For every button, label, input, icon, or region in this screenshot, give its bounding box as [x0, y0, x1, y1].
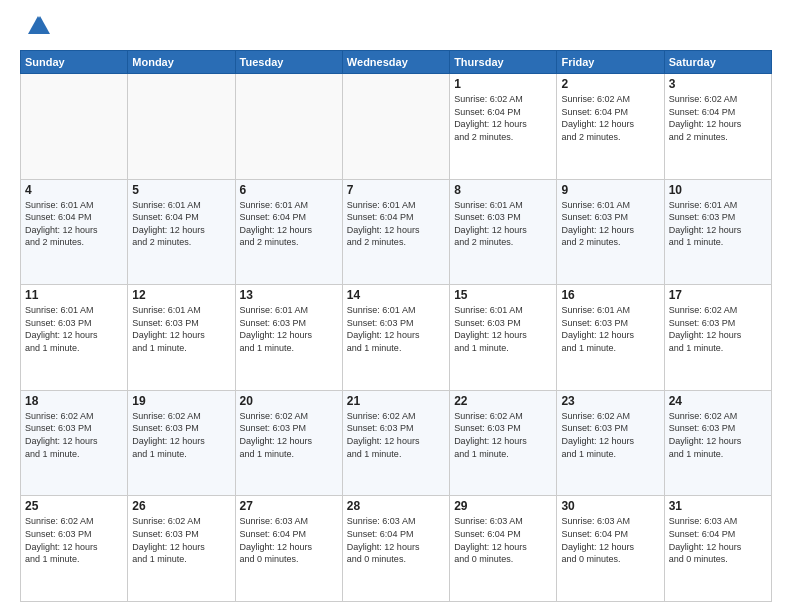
day-info: Sunrise: 6:02 AM Sunset: 6:03 PM Dayligh…: [132, 410, 230, 460]
day-info: Sunrise: 6:03 AM Sunset: 6:04 PM Dayligh…: [561, 515, 659, 565]
day-info: Sunrise: 6:01 AM Sunset: 6:03 PM Dayligh…: [561, 199, 659, 249]
day-number: 21: [347, 394, 445, 408]
calendar-cell: 6Sunrise: 6:01 AM Sunset: 6:04 PM Daylig…: [235, 179, 342, 285]
day-info: Sunrise: 6:02 AM Sunset: 6:03 PM Dayligh…: [25, 410, 123, 460]
day-info: Sunrise: 6:01 AM Sunset: 6:03 PM Dayligh…: [347, 304, 445, 354]
day-info: Sunrise: 6:02 AM Sunset: 6:03 PM Dayligh…: [561, 410, 659, 460]
weekday-header: Saturday: [664, 51, 771, 74]
weekday-header: Sunday: [21, 51, 128, 74]
day-number: 8: [454, 183, 552, 197]
day-number: 13: [240, 288, 338, 302]
calendar-cell: 21Sunrise: 6:02 AM Sunset: 6:03 PM Dayli…: [342, 390, 449, 496]
logo-icon: [24, 12, 52, 40]
day-info: Sunrise: 6:02 AM Sunset: 6:03 PM Dayligh…: [454, 410, 552, 460]
calendar-week-row: 18Sunrise: 6:02 AM Sunset: 6:03 PM Dayli…: [21, 390, 772, 496]
calendar-week-row: 11Sunrise: 6:01 AM Sunset: 6:03 PM Dayli…: [21, 285, 772, 391]
day-number: 26: [132, 499, 230, 513]
day-info: Sunrise: 6:02 AM Sunset: 6:04 PM Dayligh…: [454, 93, 552, 143]
weekday-header: Wednesday: [342, 51, 449, 74]
day-info: Sunrise: 6:01 AM Sunset: 6:04 PM Dayligh…: [240, 199, 338, 249]
weekday-header: Monday: [128, 51, 235, 74]
calendar-cell: 23Sunrise: 6:02 AM Sunset: 6:03 PM Dayli…: [557, 390, 664, 496]
day-number: 29: [454, 499, 552, 513]
day-number: 5: [132, 183, 230, 197]
day-info: Sunrise: 6:01 AM Sunset: 6:04 PM Dayligh…: [347, 199, 445, 249]
day-number: 23: [561, 394, 659, 408]
day-info: Sunrise: 6:02 AM Sunset: 6:03 PM Dayligh…: [669, 410, 767, 460]
calendar-cell: [235, 74, 342, 180]
day-number: 7: [347, 183, 445, 197]
calendar-week-row: 25Sunrise: 6:02 AM Sunset: 6:03 PM Dayli…: [21, 496, 772, 602]
calendar-table: SundayMondayTuesdayWednesdayThursdayFrid…: [20, 50, 772, 602]
day-number: 20: [240, 394, 338, 408]
day-number: 25: [25, 499, 123, 513]
day-number: 17: [669, 288, 767, 302]
calendar-cell: 29Sunrise: 6:03 AM Sunset: 6:04 PM Dayli…: [450, 496, 557, 602]
day-info: Sunrise: 6:01 AM Sunset: 6:04 PM Dayligh…: [132, 199, 230, 249]
calendar-cell: 16Sunrise: 6:01 AM Sunset: 6:03 PM Dayli…: [557, 285, 664, 391]
day-info: Sunrise: 6:01 AM Sunset: 6:03 PM Dayligh…: [454, 199, 552, 249]
calendar-cell: 7Sunrise: 6:01 AM Sunset: 6:04 PM Daylig…: [342, 179, 449, 285]
calendar-header-row: SundayMondayTuesdayWednesdayThursdayFrid…: [21, 51, 772, 74]
calendar-cell: 5Sunrise: 6:01 AM Sunset: 6:04 PM Daylig…: [128, 179, 235, 285]
day-info: Sunrise: 6:02 AM Sunset: 6:03 PM Dayligh…: [25, 515, 123, 565]
day-info: Sunrise: 6:01 AM Sunset: 6:03 PM Dayligh…: [561, 304, 659, 354]
calendar-cell: 14Sunrise: 6:01 AM Sunset: 6:03 PM Dayli…: [342, 285, 449, 391]
day-info: Sunrise: 6:01 AM Sunset: 6:03 PM Dayligh…: [454, 304, 552, 354]
weekday-header: Tuesday: [235, 51, 342, 74]
day-number: 27: [240, 499, 338, 513]
day-number: 10: [669, 183, 767, 197]
day-number: 1: [454, 77, 552, 91]
day-info: Sunrise: 6:02 AM Sunset: 6:03 PM Dayligh…: [240, 410, 338, 460]
day-info: Sunrise: 6:01 AM Sunset: 6:04 PM Dayligh…: [25, 199, 123, 249]
weekday-header: Friday: [557, 51, 664, 74]
day-info: Sunrise: 6:03 AM Sunset: 6:04 PM Dayligh…: [347, 515, 445, 565]
logo: [20, 16, 52, 40]
calendar-cell: 22Sunrise: 6:02 AM Sunset: 6:03 PM Dayli…: [450, 390, 557, 496]
day-number: 28: [347, 499, 445, 513]
calendar-cell: 25Sunrise: 6:02 AM Sunset: 6:03 PM Dayli…: [21, 496, 128, 602]
day-info: Sunrise: 6:03 AM Sunset: 6:04 PM Dayligh…: [240, 515, 338, 565]
day-number: 12: [132, 288, 230, 302]
day-number: 30: [561, 499, 659, 513]
day-info: Sunrise: 6:03 AM Sunset: 6:04 PM Dayligh…: [669, 515, 767, 565]
calendar-cell: 30Sunrise: 6:03 AM Sunset: 6:04 PM Dayli…: [557, 496, 664, 602]
calendar-cell: 13Sunrise: 6:01 AM Sunset: 6:03 PM Dayli…: [235, 285, 342, 391]
day-number: 4: [25, 183, 123, 197]
calendar-week-row: 4Sunrise: 6:01 AM Sunset: 6:04 PM Daylig…: [21, 179, 772, 285]
calendar-cell: 8Sunrise: 6:01 AM Sunset: 6:03 PM Daylig…: [450, 179, 557, 285]
header: [20, 16, 772, 40]
day-info: Sunrise: 6:02 AM Sunset: 6:04 PM Dayligh…: [561, 93, 659, 143]
day-info: Sunrise: 6:01 AM Sunset: 6:03 PM Dayligh…: [25, 304, 123, 354]
day-info: Sunrise: 6:01 AM Sunset: 6:03 PM Dayligh…: [240, 304, 338, 354]
day-number: 6: [240, 183, 338, 197]
day-number: 18: [25, 394, 123, 408]
day-number: 19: [132, 394, 230, 408]
day-info: Sunrise: 6:03 AM Sunset: 6:04 PM Dayligh…: [454, 515, 552, 565]
weekday-header: Thursday: [450, 51, 557, 74]
calendar-cell: 4Sunrise: 6:01 AM Sunset: 6:04 PM Daylig…: [21, 179, 128, 285]
calendar-cell: 2Sunrise: 6:02 AM Sunset: 6:04 PM Daylig…: [557, 74, 664, 180]
calendar-cell: [342, 74, 449, 180]
day-number: 16: [561, 288, 659, 302]
calendar-cell: 1Sunrise: 6:02 AM Sunset: 6:04 PM Daylig…: [450, 74, 557, 180]
page: SundayMondayTuesdayWednesdayThursdayFrid…: [0, 0, 792, 612]
calendar-cell: 26Sunrise: 6:02 AM Sunset: 6:03 PM Dayli…: [128, 496, 235, 602]
day-number: 31: [669, 499, 767, 513]
day-number: 15: [454, 288, 552, 302]
day-number: 11: [25, 288, 123, 302]
calendar-cell: 17Sunrise: 6:02 AM Sunset: 6:03 PM Dayli…: [664, 285, 771, 391]
calendar-cell: 11Sunrise: 6:01 AM Sunset: 6:03 PM Dayli…: [21, 285, 128, 391]
calendar-cell: 27Sunrise: 6:03 AM Sunset: 6:04 PM Dayli…: [235, 496, 342, 602]
calendar-cell: 28Sunrise: 6:03 AM Sunset: 6:04 PM Dayli…: [342, 496, 449, 602]
day-info: Sunrise: 6:02 AM Sunset: 6:03 PM Dayligh…: [132, 515, 230, 565]
day-number: 22: [454, 394, 552, 408]
calendar-cell: 12Sunrise: 6:01 AM Sunset: 6:03 PM Dayli…: [128, 285, 235, 391]
calendar-cell: 9Sunrise: 6:01 AM Sunset: 6:03 PM Daylig…: [557, 179, 664, 285]
day-info: Sunrise: 6:01 AM Sunset: 6:03 PM Dayligh…: [669, 199, 767, 249]
calendar-cell: 3Sunrise: 6:02 AM Sunset: 6:04 PM Daylig…: [664, 74, 771, 180]
calendar-week-row: 1Sunrise: 6:02 AM Sunset: 6:04 PM Daylig…: [21, 74, 772, 180]
day-number: 14: [347, 288, 445, 302]
calendar-cell: 18Sunrise: 6:02 AM Sunset: 6:03 PM Dayli…: [21, 390, 128, 496]
calendar-cell: 10Sunrise: 6:01 AM Sunset: 6:03 PM Dayli…: [664, 179, 771, 285]
